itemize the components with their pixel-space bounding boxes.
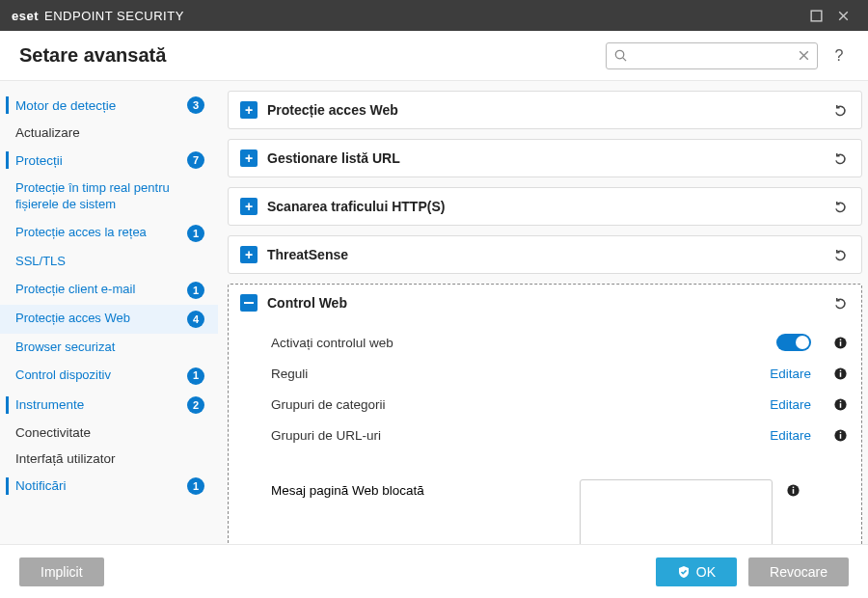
svg-rect-7 [839,369,841,371]
svg-rect-10 [839,400,841,402]
sidebar-item-tools[interactable]: Instrumente 2 [0,391,218,420]
panel-header[interactable]: Protecție acces Web [229,92,861,128]
sidebar-sub-browser[interactable]: Browser securizat [0,334,218,362]
expand-icon[interactable] [240,198,258,215]
row-category-groups: Grupuri de categorii Editare [271,389,850,420]
badge: 1 [187,367,204,385]
page-title: Setare avansată [19,44,594,67]
svg-rect-16 [793,487,795,489]
panel-http-scan: Scanarea traficului HTTP(S) [228,187,862,226]
header: Setare avansată ? [0,31,868,81]
edit-link-rules[interactable]: Editare [770,367,811,381]
sidebar: Motor de detecție 3 Actualizare Protecți… [0,81,218,544]
row-blocked-message: Mesaj pagină Web blocată [271,479,850,544]
info-icon[interactable] [830,367,850,381]
expand-icon[interactable] [240,246,258,263]
badge: 3 [187,96,204,114]
panel-header[interactable]: Scanarea traficului HTTP(S) [229,188,861,225]
panel-header[interactable]: Control Web [229,285,861,321]
svg-rect-3 [839,341,841,346]
svg-rect-15 [793,489,795,494]
search-input[interactable] [628,48,796,63]
default-button[interactable]: Implicit [19,557,104,586]
sidebar-item-detection-engine[interactable]: Motor de detecție 3 [0,91,218,120]
badge: 7 [187,151,204,169]
sidebar-sub-device[interactable]: Control dispozitiv 1 [0,362,218,391]
row-enable-web-control: Activați controlul web [271,327,850,358]
main-content: Protecție acces Web Gestionare listă URL… [218,81,868,544]
search-box[interactable] [606,42,818,69]
sidebar-item-protections[interactable]: Protecții 7 [0,146,218,175]
footer: Implicit OK Revocare [0,544,868,598]
sidebar-item-label: Protecții [15,153,181,168]
edit-link-urls[interactable]: Editare [770,428,811,443]
sidebar-item-update[interactable]: Actualizare [0,120,218,146]
badge: 2 [187,396,204,414]
sidebar-sub-ssltls[interactable]: SSL/TLS [0,248,218,276]
undo-icon[interactable] [830,103,850,118]
sidebar-item-label: Notificări [15,478,181,493]
undo-icon[interactable] [830,296,850,311]
sidebar-item-ui[interactable]: Interfață utilizator [0,446,218,472]
shield-check-icon [677,565,691,579]
panel-threatsense: ThreatSense [228,235,862,274]
panel-control-web: Control Web Activați controlul web Regul… [228,284,862,544]
svg-rect-0 [811,11,822,21]
undo-icon[interactable] [830,151,850,166]
sidebar-item-label: Conectivitate [15,425,204,440]
sidebar-item-label: Interfață utilizator [15,451,204,466]
undo-icon[interactable] [830,200,850,214]
expand-icon[interactable] [240,150,258,167]
svg-rect-12 [839,434,841,439]
info-icon[interactable] [786,479,800,502]
info-icon[interactable] [830,428,850,443]
badge: 1 [187,225,204,242]
window-maximize-icon[interactable] [802,2,829,29]
panel-header[interactable]: ThreatSense [229,236,861,273]
undo-icon[interactable] [830,248,850,262]
row-url-groups: Grupuri de URL-uri Editare [271,420,850,450]
badge: 1 [187,477,204,495]
help-icon[interactable]: ? [829,46,849,66]
clear-search-icon[interactable] [796,48,811,63]
sidebar-item-label: Instrumente [15,397,181,412]
search-icon [612,48,628,63]
row-rules: Reguli Editare [271,358,850,389]
svg-rect-6 [839,372,841,377]
sidebar-sub-realtime[interactable]: Protecție în timp real pentru fișierele … [0,175,218,219]
badge: 1 [187,282,204,299]
sidebar-sub-email[interactable]: Protecție client e-mail 1 [0,276,218,305]
sidebar-item-label: Motor de detecție [15,98,181,113]
svg-rect-4 [839,339,841,340]
svg-rect-13 [839,431,841,433]
svg-point-1 [615,50,623,58]
expand-icon[interactable] [240,101,258,119]
badge: 4 [187,311,204,328]
panel-web-access: Protecție acces Web [228,91,862,129]
info-icon[interactable] [830,397,850,412]
collapse-icon[interactable] [240,294,258,312]
panel-body: Activați controlul web Reguli Editare Gr… [229,321,861,544]
titlebar: eset ENDPOINT SECURITY [0,0,868,31]
info-icon[interactable] [830,336,850,350]
ok-button[interactable]: OK [656,557,737,586]
sidebar-sub-network[interactable]: Protecție acces la rețea 1 [0,219,218,248]
edit-link-categories[interactable]: Editare [770,397,811,412]
svg-rect-9 [839,403,841,408]
panel-url-list: Gestionare listă URL [228,139,862,177]
sidebar-item-notifications[interactable]: Notificări 1 [0,472,218,501]
brand-logo: eset [12,9,39,23]
blocked-message-textarea[interactable] [580,479,773,544]
window-close-icon[interactable] [829,2,856,29]
product-name: ENDPOINT SECURITY [44,9,184,23]
cancel-button[interactable]: Revocare [748,557,849,586]
sidebar-sub-web-access[interactable]: Protecție acces Web 4 [0,305,218,334]
sidebar-item-connectivity[interactable]: Conectivitate [0,420,218,446]
toggle-enable-web-control[interactable] [776,334,811,351]
sidebar-item-label: Actualizare [15,125,204,140]
panel-header[interactable]: Gestionare listă URL [229,140,861,177]
